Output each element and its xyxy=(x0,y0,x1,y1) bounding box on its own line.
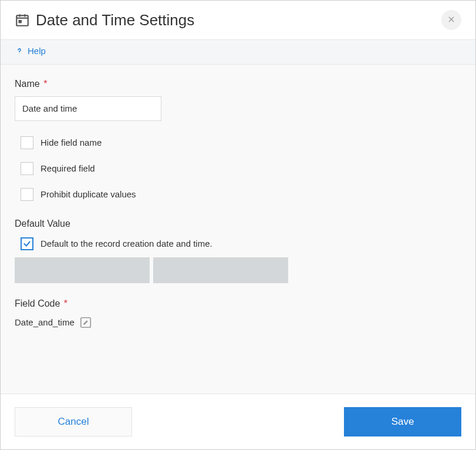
svg-point-7 xyxy=(19,53,20,53)
required-field-row: Required field xyxy=(21,162,461,175)
dialog-title: Date and Time Settings xyxy=(36,11,441,29)
calendar-icon xyxy=(15,12,30,28)
save-button[interactable]: Save xyxy=(344,407,461,436)
required-field-checkbox[interactable] xyxy=(21,162,33,175)
prohibit-duplicate-row: Prohibit duplicate values xyxy=(21,188,461,201)
field-code-row: Date_and_time xyxy=(15,316,461,329)
required-field-label: Required field xyxy=(40,163,95,173)
hide-field-name-checkbox[interactable] xyxy=(21,136,33,149)
svg-rect-0 xyxy=(16,15,28,25)
dialog-body: Name * Hide field name Required field Pr… xyxy=(1,65,475,394)
edit-icon[interactable] xyxy=(79,316,92,329)
prohibit-duplicate-label: Prohibit duplicate values xyxy=(40,189,136,199)
default-value-group: Default Value Default to the record crea… xyxy=(15,219,461,283)
required-mark: * xyxy=(64,298,67,308)
name-label: Name * xyxy=(15,79,461,89)
dialog-footer: Cancel Save xyxy=(1,394,475,449)
close-icon xyxy=(447,14,455,26)
name-input[interactable] xyxy=(15,96,161,121)
hide-field-name-label: Hide field name xyxy=(40,137,102,147)
name-group: Name * xyxy=(15,79,461,121)
prohibit-duplicate-checkbox[interactable] xyxy=(21,188,33,201)
dialog: Date and Time Settings Help Nam xyxy=(0,0,476,450)
default-value-label: Default Value xyxy=(15,219,461,229)
help-label: Help xyxy=(28,46,46,56)
svg-rect-4 xyxy=(19,20,22,23)
hide-field-name-row: Hide field name xyxy=(21,136,461,149)
default-creation-row: Default to the record creation date and … xyxy=(21,237,461,250)
help-link[interactable]: Help xyxy=(15,46,46,56)
default-value-inputs xyxy=(15,257,461,283)
default-date-input xyxy=(15,257,150,283)
field-code-label: Field Code * xyxy=(15,298,461,309)
default-time-input xyxy=(153,257,288,283)
help-bar: Help xyxy=(1,40,475,65)
field-code-group: Field Code * Date_and_time xyxy=(15,298,461,329)
help-icon xyxy=(15,46,24,56)
required-mark: * xyxy=(43,79,47,89)
default-creation-checkbox[interactable] xyxy=(21,237,33,250)
default-creation-label: Default to the record creation date and … xyxy=(40,239,212,248)
close-button[interactable] xyxy=(441,10,461,30)
dialog-header: Date and Time Settings xyxy=(1,1,475,40)
field-code-value: Date_and_time xyxy=(15,317,75,327)
cancel-button[interactable]: Cancel xyxy=(15,407,132,436)
